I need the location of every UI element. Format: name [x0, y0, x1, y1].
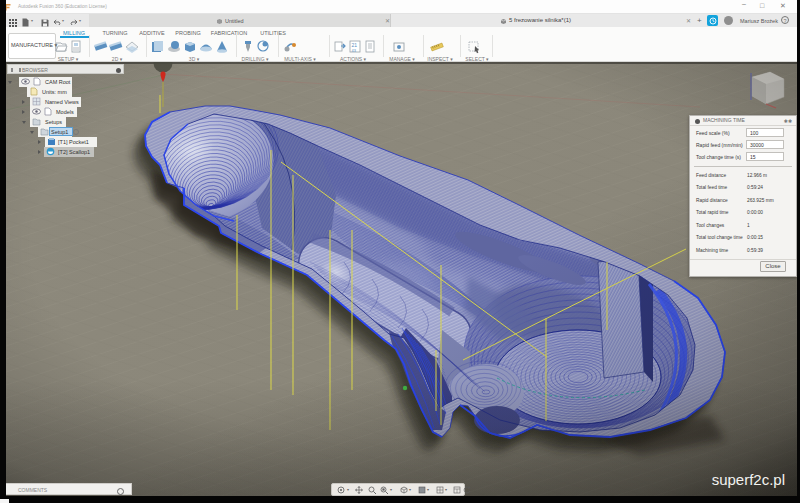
svg-text:43: 43 [352, 48, 357, 53]
svg-text:superf2c.pl: superf2c.pl [712, 471, 785, 488]
